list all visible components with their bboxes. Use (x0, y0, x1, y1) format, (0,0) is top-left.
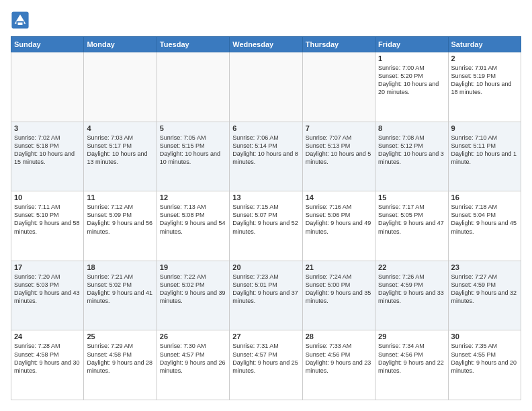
day-info: Sunrise: 7:06 AM Sunset: 5:14 PM Dayligh… (232, 134, 299, 167)
day-number: 17 (14, 263, 81, 271)
calendar-cell: 20Sunrise: 7:23 AM Sunset: 5:01 PM Dayli… (230, 261, 302, 330)
week-row-4: 24Sunrise: 7:28 AM Sunset: 4:58 PM Dayli… (11, 330, 521, 400)
calendar-cell: 8Sunrise: 7:08 AM Sunset: 5:12 PM Daylig… (375, 122, 448, 191)
calendar-cell: 28Sunrise: 7:33 AM Sunset: 4:56 PM Dayli… (302, 330, 375, 400)
day-number: 9 (451, 124, 518, 132)
day-number: 11 (87, 193, 153, 201)
day-info: Sunrise: 7:10 AM Sunset: 5:11 PM Dayligh… (451, 134, 518, 167)
day-info: Sunrise: 7:13 AM Sunset: 5:08 PM Dayligh… (160, 203, 226, 236)
day-number: 4 (87, 124, 153, 132)
week-row-1: 3Sunrise: 7:02 AM Sunset: 5:18 PM Daylig… (11, 122, 521, 191)
calendar-cell (11, 52, 84, 122)
day-info: Sunrise: 7:27 AM Sunset: 4:59 PM Dayligh… (451, 273, 518, 306)
weekday-header-thursday: Thursday (302, 37, 375, 52)
logo-icon (11, 11, 30, 30)
day-number: 8 (378, 124, 445, 132)
day-info: Sunrise: 7:07 AM Sunset: 5:13 PM Dayligh… (306, 134, 372, 167)
calendar-cell: 29Sunrise: 7:34 AM Sunset: 4:56 PM Dayli… (375, 330, 448, 400)
calendar-header-row: SundayMondayTuesdayWednesdayThursdayFrid… (11, 37, 521, 52)
day-info: Sunrise: 7:24 AM Sunset: 5:00 PM Dayligh… (306, 273, 372, 306)
calendar-cell: 9Sunrise: 7:10 AM Sunset: 5:11 PM Daylig… (448, 122, 521, 191)
day-info: Sunrise: 7:08 AM Sunset: 5:12 PM Dayligh… (378, 134, 445, 167)
day-info: Sunrise: 7:26 AM Sunset: 4:59 PM Dayligh… (378, 273, 445, 306)
day-number: 20 (232, 263, 299, 271)
calendar-cell: 14Sunrise: 7:16 AM Sunset: 5:06 PM Dayli… (302, 191, 375, 261)
week-row-2: 10Sunrise: 7:11 AM Sunset: 5:10 PM Dayli… (11, 191, 521, 261)
calendar-cell: 1Sunrise: 7:00 AM Sunset: 5:20 PM Daylig… (375, 52, 448, 122)
calendar-cell: 5Sunrise: 7:05 AM Sunset: 5:15 PM Daylig… (157, 122, 229, 191)
calendar-cell: 15Sunrise: 7:17 AM Sunset: 5:05 PM Dayli… (375, 191, 448, 261)
calendar-cell: 27Sunrise: 7:31 AM Sunset: 4:57 PM Dayli… (230, 330, 302, 400)
calendar-cell: 13Sunrise: 7:15 AM Sunset: 5:07 PM Dayli… (230, 191, 302, 261)
day-number: 16 (451, 193, 518, 201)
day-number: 5 (160, 124, 226, 132)
weekday-header-sunday: Sunday (11, 37, 84, 52)
day-number: 2 (451, 54, 518, 62)
day-info: Sunrise: 7:02 AM Sunset: 5:18 PM Dayligh… (14, 134, 81, 167)
calendar-cell (157, 52, 229, 122)
calendar-cell: 3Sunrise: 7:02 AM Sunset: 5:18 PM Daylig… (11, 122, 84, 191)
week-row-0: 1Sunrise: 7:00 AM Sunset: 5:20 PM Daylig… (11, 52, 521, 122)
day-info: Sunrise: 7:31 AM Sunset: 4:57 PM Dayligh… (232, 342, 299, 375)
calendar-cell (84, 52, 157, 122)
day-number: 21 (306, 263, 372, 271)
day-info: Sunrise: 7:16 AM Sunset: 5:06 PM Dayligh… (306, 203, 372, 236)
calendar-cell: 26Sunrise: 7:30 AM Sunset: 4:57 PM Dayli… (157, 330, 229, 400)
day-info: Sunrise: 7:29 AM Sunset: 4:58 PM Dayligh… (87, 342, 153, 375)
weekday-header-monday: Monday (84, 37, 157, 52)
weekday-header-tuesday: Tuesday (157, 37, 229, 52)
calendar-cell: 24Sunrise: 7:28 AM Sunset: 4:58 PM Dayli… (11, 330, 84, 400)
day-number: 22 (378, 263, 445, 271)
day-number: 3 (14, 124, 81, 132)
day-number: 30 (451, 332, 518, 340)
calendar-cell: 16Sunrise: 7:18 AM Sunset: 5:04 PM Dayli… (448, 191, 521, 261)
day-number: 12 (160, 193, 226, 201)
day-number: 10 (14, 193, 81, 201)
day-info: Sunrise: 7:23 AM Sunset: 5:01 PM Dayligh… (232, 273, 299, 306)
day-info: Sunrise: 7:20 AM Sunset: 5:03 PM Dayligh… (14, 273, 81, 306)
day-number: 13 (232, 193, 299, 201)
day-number: 24 (14, 332, 81, 340)
calendar-cell: 18Sunrise: 7:21 AM Sunset: 5:02 PM Dayli… (84, 261, 157, 330)
day-info: Sunrise: 7:22 AM Sunset: 5:02 PM Dayligh… (160, 273, 226, 306)
week-row-3: 17Sunrise: 7:20 AM Sunset: 5:03 PM Dayli… (11, 261, 521, 330)
calendar-cell: 10Sunrise: 7:11 AM Sunset: 5:10 PM Dayli… (11, 191, 84, 261)
day-info: Sunrise: 7:17 AM Sunset: 5:05 PM Dayligh… (378, 203, 445, 236)
day-number: 18 (87, 263, 153, 271)
calendar-cell: 11Sunrise: 7:12 AM Sunset: 5:09 PM Dayli… (84, 191, 157, 261)
day-number: 27 (232, 332, 299, 340)
day-number: 19 (160, 263, 226, 271)
page: SundayMondayTuesdayWednesdayThursdayFrid… (0, 0, 532, 411)
day-number: 25 (87, 332, 153, 340)
calendar-cell (230, 52, 302, 122)
day-number: 6 (232, 124, 299, 132)
weekday-header-saturday: Saturday (448, 37, 521, 52)
day-info: Sunrise: 7:15 AM Sunset: 5:07 PM Dayligh… (232, 203, 299, 236)
calendar-cell: 7Sunrise: 7:07 AM Sunset: 5:13 PM Daylig… (302, 122, 375, 191)
calendar-cell: 21Sunrise: 7:24 AM Sunset: 5:00 PM Dayli… (302, 261, 375, 330)
day-info: Sunrise: 7:33 AM Sunset: 4:56 PM Dayligh… (306, 342, 372, 375)
calendar-cell: 25Sunrise: 7:29 AM Sunset: 4:58 PM Dayli… (84, 330, 157, 400)
calendar-cell: 19Sunrise: 7:22 AM Sunset: 5:02 PM Dayli… (157, 261, 229, 330)
day-info: Sunrise: 7:18 AM Sunset: 5:04 PM Dayligh… (451, 203, 518, 236)
weekday-header-wednesday: Wednesday (230, 37, 302, 52)
logo (11, 11, 32, 30)
day-info: Sunrise: 7:11 AM Sunset: 5:10 PM Dayligh… (14, 203, 81, 236)
day-info: Sunrise: 7:34 AM Sunset: 4:56 PM Dayligh… (378, 342, 445, 375)
day-number: 15 (378, 193, 445, 201)
day-info: Sunrise: 7:35 AM Sunset: 4:55 PM Dayligh… (451, 342, 518, 375)
day-info: Sunrise: 7:12 AM Sunset: 5:09 PM Dayligh… (87, 203, 153, 236)
day-info: Sunrise: 7:05 AM Sunset: 5:15 PM Dayligh… (160, 134, 226, 167)
day-info: Sunrise: 7:01 AM Sunset: 5:19 PM Dayligh… (451, 64, 518, 97)
day-number: 7 (306, 124, 372, 132)
header (11, 11, 521, 30)
day-number: 14 (306, 193, 372, 201)
calendar-table: SundayMondayTuesdayWednesdayThursdayFrid… (11, 36, 521, 400)
day-number: 28 (306, 332, 372, 340)
day-info: Sunrise: 7:03 AM Sunset: 5:17 PM Dayligh… (87, 134, 153, 167)
day-number: 26 (160, 332, 226, 340)
day-info: Sunrise: 7:21 AM Sunset: 5:02 PM Dayligh… (87, 273, 153, 306)
calendar-cell (302, 52, 375, 122)
svg-rect-3 (18, 23, 23, 26)
day-number: 29 (378, 332, 445, 340)
